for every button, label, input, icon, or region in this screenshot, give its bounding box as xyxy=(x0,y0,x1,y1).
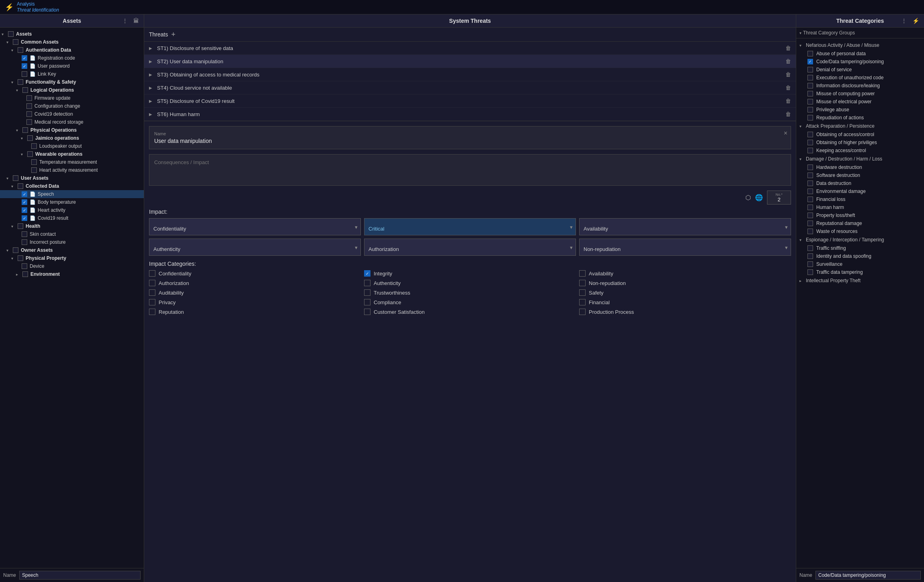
tree-checkbox[interactable] xyxy=(13,247,18,253)
tc-checkbox[interactable] xyxy=(807,99,813,104)
tc-checkbox[interactable] xyxy=(807,269,813,275)
tree-checkbox[interactable] xyxy=(22,71,27,77)
threat-row[interactable]: ▶ST2) User data manipulation🗑 xyxy=(144,55,796,68)
tc-item[interactable]: Hardware destruction xyxy=(796,163,924,171)
add-threat-btn[interactable]: + xyxy=(171,31,175,38)
tree-item[interactable]: Heart activity measurement xyxy=(0,166,144,174)
threat-delete-btn[interactable]: 🗑 xyxy=(785,58,791,64)
tree-item[interactable]: Temperature measurement xyxy=(0,158,144,166)
tc-item[interactable]: Misuse of computing power xyxy=(796,90,924,98)
tree-item[interactable]: ▾Functionality & Safety xyxy=(0,78,144,86)
tc-checkbox[interactable] xyxy=(807,181,813,186)
threat-delete-btn[interactable]: 🗑 xyxy=(785,84,791,91)
tree-checkbox[interactable] xyxy=(18,255,23,261)
tc-checkbox[interactable] xyxy=(807,221,813,226)
tc-item[interactable]: Obtaining of access/control xyxy=(796,130,924,138)
tree-item[interactable]: Medical record storage xyxy=(0,118,144,126)
category-checkbox[interactable] xyxy=(579,299,586,305)
tc-menu-btn[interactable]: ⋮ xyxy=(900,17,908,25)
tree-checkbox[interactable] xyxy=(22,127,28,133)
tree-checkbox[interactable] xyxy=(31,143,37,149)
category-checkbox[interactable] xyxy=(149,299,155,305)
category-checkbox[interactable] xyxy=(149,270,155,277)
tree-checkbox[interactable] xyxy=(18,79,23,85)
tc-item[interactable]: Denial of service xyxy=(796,66,924,74)
tc-item[interactable]: Software destruction xyxy=(796,171,924,179)
tc-checkbox[interactable] xyxy=(807,115,813,120)
tree-item[interactable]: ▾Jaimico operations xyxy=(0,134,144,142)
tc-lightning-btn[interactable]: ⚡ xyxy=(911,17,921,25)
tree-item[interactable]: ▾Logical Operations xyxy=(0,86,144,94)
tree-checkbox[interactable] xyxy=(22,87,28,93)
tc-checkbox[interactable] xyxy=(807,197,813,202)
tree-checkbox[interactable] xyxy=(22,263,27,269)
tc-item[interactable]: Waste of resources xyxy=(796,227,924,235)
tc-checkbox[interactable] xyxy=(807,75,813,80)
tc-item[interactable]: Code/Data tampering/poisoning xyxy=(796,58,924,66)
tree-item[interactable]: ▾Assets xyxy=(0,30,144,38)
category-checkbox[interactable] xyxy=(364,309,370,315)
tc-checkbox[interactable] xyxy=(807,189,813,194)
tc-item[interactable]: Misuse of electrical power xyxy=(796,98,924,106)
tree-checkbox[interactable] xyxy=(13,175,18,181)
category-checkbox[interactable] xyxy=(364,280,370,286)
tree-item[interactable]: ▾User Assets xyxy=(0,174,144,182)
assets-name-input[interactable] xyxy=(19,571,141,580)
tc-item[interactable]: Information disclosure/leaking xyxy=(796,82,924,90)
tc-item[interactable]: Surveillance xyxy=(796,260,924,268)
tree-checkbox[interactable] xyxy=(22,271,28,277)
tc-checkbox[interactable] xyxy=(807,51,813,56)
category-checkbox[interactable] xyxy=(364,289,370,296)
impact-select[interactable]: Authenticity xyxy=(149,239,361,256)
threat-row[interactable]: ▶ST6) Human harm🗑 xyxy=(144,108,796,121)
tc-item[interactable]: Traffic sniffing xyxy=(796,244,924,252)
tc-item[interactable]: Identity and data spoofing xyxy=(796,252,924,260)
tree-item[interactable]: Configuration change xyxy=(0,102,144,110)
tree-checkbox[interactable] xyxy=(22,215,27,221)
tree-checkbox[interactable] xyxy=(31,159,37,165)
tc-item[interactable]: Human harm xyxy=(796,203,924,211)
tc-group-header[interactable]: ▾Attack Preparation / Persistence xyxy=(796,122,924,130)
tree-checkbox[interactable] xyxy=(31,167,37,173)
threat-delete-btn[interactable]: 🗑 xyxy=(785,45,791,51)
tree-checkbox[interactable] xyxy=(22,191,27,197)
tree-checkbox[interactable] xyxy=(18,47,23,53)
tree-checkbox[interactable] xyxy=(26,119,32,125)
tc-item[interactable]: Privilege abuse xyxy=(796,106,924,114)
impact-select[interactable]: Non-repudiation xyxy=(579,239,791,256)
tree-item[interactable]: Device xyxy=(0,262,144,270)
tc-checkbox[interactable] xyxy=(807,107,813,112)
tree-checkbox[interactable] xyxy=(22,63,27,69)
tc-item[interactable]: Traffic data tampering xyxy=(796,268,924,276)
tree-checkbox[interactable] xyxy=(18,183,23,189)
tree-item[interactable]: ▾Owner Assets xyxy=(0,246,144,254)
detail-close-btn[interactable]: × xyxy=(784,130,787,137)
threat-row[interactable]: ▶ST3) Obtaining of access to medical rec… xyxy=(144,68,796,81)
tc-group-header[interactable]: ▾Espionage / Interception / Tampering xyxy=(796,235,924,244)
tc-checkbox[interactable] xyxy=(807,140,813,145)
tree-item[interactable]: Incorrect posture xyxy=(0,238,144,246)
tc-item[interactable]: Environmental damage xyxy=(796,187,924,195)
threat-delete-btn[interactable]: 🗑 xyxy=(785,111,791,117)
tree-item[interactable]: ▾Wearable operations xyxy=(0,150,144,158)
tc-checkbox[interactable] xyxy=(807,83,813,88)
tc-group-header[interactable]: ▸Intellectual Property Theft xyxy=(796,276,924,285)
tc-checkbox[interactable] xyxy=(807,91,813,96)
tree-checkbox[interactable] xyxy=(18,223,23,229)
threat-row[interactable]: ▶ST5) Disclosure of Covid19 result🗑 xyxy=(144,94,796,108)
tree-checkbox[interactable] xyxy=(26,95,32,101)
tree-checkbox[interactable] xyxy=(13,39,18,45)
tree-item[interactable]: 📄Covid19 result xyxy=(0,214,144,222)
impact-select[interactable]: Critical xyxy=(364,218,576,235)
tree-item[interactable]: ▾Authentication Data xyxy=(0,46,144,54)
globe-icon[interactable]: 🌐 xyxy=(755,194,763,201)
category-checkbox[interactable] xyxy=(364,270,370,277)
category-checkbox[interactable] xyxy=(579,270,586,277)
share-icon[interactable]: ⬡ xyxy=(745,194,751,201)
tc-checkbox[interactable] xyxy=(807,59,813,64)
tc-name-input[interactable] xyxy=(815,571,921,580)
tree-item[interactable]: Skin contact xyxy=(0,230,144,238)
impact-select[interactable]: Confidentiality xyxy=(149,218,361,235)
tc-item[interactable]: Execution of unauthorized code xyxy=(796,74,924,82)
category-checkbox[interactable] xyxy=(579,280,586,286)
